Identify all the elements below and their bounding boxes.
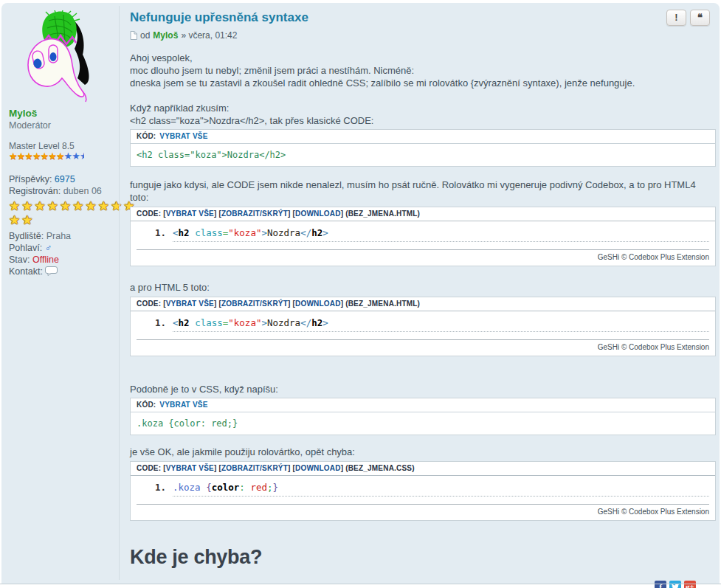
code-token: > xyxy=(322,317,328,328)
code-token xyxy=(190,227,196,238)
geshi-action-link[interactable]: ZOBRAZIT/SKRÝT xyxy=(221,300,288,308)
geshi-action-link[interactable]: ZOBRAZIT/SKRÝT xyxy=(221,210,288,218)
field-value: duben 06 xyxy=(63,186,102,196)
field-label: Příspěvky: xyxy=(9,174,55,184)
code-token: > xyxy=(261,227,267,238)
profile-field: Bydliště: Praha xyxy=(9,230,117,242)
field-label: Stav: xyxy=(9,255,32,265)
code-token: class xyxy=(195,317,223,328)
code-text: <h2 class="koza">Nozdra</h2> xyxy=(131,144,715,166)
geshi-footer: GeSHi © Codebox Plus Extension xyxy=(137,249,709,266)
code-text: <h2 class="koza">Nozdra</h2> xyxy=(173,227,709,242)
code-token: h2 xyxy=(311,227,322,238)
post-content: Nefunguje upřesněná syntaxe od Myloš » v… xyxy=(130,9,716,588)
author-link[interactable]: Myloš xyxy=(153,30,178,41)
code-block: KÓD:VYBRAT VŠE <h2 class="koza">Nozdra</… xyxy=(130,129,716,167)
code-label: CODE: xyxy=(137,210,161,218)
geshi-body: 1. <h2 class="koza">Nozdra</h2> xyxy=(131,221,715,249)
poster-profile: Myloš Moderátor Master Level 8.5 ★★★★★★★… xyxy=(9,7,117,279)
code-token: < xyxy=(173,227,179,238)
code-token: > xyxy=(261,317,267,328)
user-rank: Moderátor xyxy=(9,120,117,131)
code-label: KÓD: xyxy=(137,132,156,140)
geshi-action-link[interactable]: VYBRAT VŠE xyxy=(166,210,214,218)
level-label: Master Level 8.5 xyxy=(9,141,117,151)
geshi-action-link[interactable]: DOWNLOAD xyxy=(295,464,341,472)
code-line: 1. .koza {color: red;} xyxy=(131,482,709,497)
post-page-icon xyxy=(130,31,137,40)
code-block-header: KÓD:VYBRAT VŠE xyxy=(131,398,715,412)
code-block-header: KÓD:VYBRAT VŠE xyxy=(131,130,715,144)
code-line: 1. <h2 class="koza">Nozdra</h2> xyxy=(131,227,709,242)
code-block: KÓD:VYBRAT VŠE .koza {color: red;} xyxy=(130,398,716,435)
star-row: ★★★★★★★★★★ xyxy=(9,199,117,213)
post-question-heading: Kde je chyba? xyxy=(130,546,716,569)
profile-field: Registrován: duben 06 xyxy=(9,185,117,197)
rating-stars: ★★★★★★★★★★★★ xyxy=(9,199,117,227)
twitter-share-icon[interactable] xyxy=(669,581,681,588)
avatar[interactable] xyxy=(21,10,97,103)
field-value[interactable]: 6975 xyxy=(55,174,75,184)
geshi-link-bracket: [ZOBRAZIT/SKRÝT] xyxy=(218,464,292,472)
paragraph: Ahoj vespolek,moc dlouho jsem tu nebyl; … xyxy=(130,52,716,89)
code-token: "koza" xyxy=(228,317,261,328)
code-token: color xyxy=(212,482,240,493)
geshi-link-bracket: [VYBRAT VŠE] xyxy=(163,210,218,218)
code-token: h2 xyxy=(179,227,190,238)
code-token: </ xyxy=(300,317,311,328)
post-panel: ! ❝ xyxy=(1,3,720,584)
code-token: < xyxy=(173,317,179,328)
googleplus-share-icon[interactable]: g+ xyxy=(684,581,696,588)
code-token: "koza" xyxy=(228,227,261,238)
field-value: Offline xyxy=(32,255,59,265)
profile-field: Stav: Offline xyxy=(9,254,117,266)
geshi-link-bracket: [VYBRAT VŠE] xyxy=(163,464,218,472)
code-token: : xyxy=(239,482,245,493)
page-bottom-divider xyxy=(0,584,721,584)
paragraph: funguje jako kdysi, ale CODE jsem nikde … xyxy=(130,179,716,204)
profile-field: Příspěvky: 6975 xyxy=(9,173,117,185)
pm-icon[interactable] xyxy=(45,268,58,278)
code-label: CODE: xyxy=(137,464,161,472)
code-token: .koza xyxy=(173,482,201,493)
code-filename: (BEZ_JMENA.HTML) xyxy=(345,300,420,308)
geshi-body: 1. .koza {color: red;} xyxy=(131,476,715,504)
geshi-link-bracket: [DOWNLOAD] xyxy=(293,464,346,472)
geshi-header: CODE: [VYBRAT VŠE] [ZOBRAZIT/SKRÝT] [DOW… xyxy=(131,462,715,476)
facebook-share-icon[interactable]: f xyxy=(655,581,666,588)
username-link[interactable]: Myloš xyxy=(9,108,117,119)
geshi-header: CODE: [VYBRAT VŠE] [ZOBRAZIT/SKRÝT] [DOW… xyxy=(131,297,715,311)
paragraph: je vše OK, ale jakmile použiju rolovártk… xyxy=(130,446,716,458)
geshi-code-block: CODE: [VYBRAT VŠE] [ZOBRAZIT/SKRÝT] [DOW… xyxy=(130,207,716,266)
code-token: } xyxy=(273,482,279,493)
paragraph: a pro HTML 5 toto: xyxy=(130,281,716,294)
geshi-action-link[interactable]: DOWNLOAD xyxy=(295,300,341,308)
geshi-link-bracket: [ZOBRAZIT/SKRÝT] xyxy=(218,300,292,308)
code-text: <h2 class="koza">Nozdra</h2> xyxy=(173,317,709,332)
field-label: Kontakt: xyxy=(9,266,45,277)
field-label: Bydliště: xyxy=(9,231,46,241)
social-share-row: fg+ xyxy=(130,581,716,588)
select-all-link[interactable]: VYBRAT VŠE xyxy=(159,401,207,409)
byline-prefix: od xyxy=(140,30,150,41)
line-number: 1. xyxy=(131,482,173,493)
code-token: Nozdra xyxy=(267,317,300,328)
select-all-link[interactable]: VYBRAT VŠE xyxy=(159,132,207,140)
geshi-action-link[interactable]: DOWNLOAD xyxy=(295,210,341,218)
field-label: Registrován: xyxy=(9,186,63,196)
code-line: 1. <h2 class="koza">Nozdra</h2> xyxy=(131,317,709,332)
geshi-footer: GeSHi © Codebox Plus Extension xyxy=(137,504,709,520)
post-title[interactable]: Nefunguje upřesněná syntaxe xyxy=(130,10,716,25)
geshi-action-link[interactable]: VYBRAT VŠE xyxy=(166,464,214,472)
geshi-link-bracket: [DOWNLOAD] xyxy=(293,300,346,308)
code-token: </ xyxy=(300,227,311,238)
code-text: .koza {color: red;} xyxy=(131,412,715,435)
byline-time: » včera, 01:42 xyxy=(181,30,237,41)
star-row: ★★ xyxy=(9,213,117,227)
geshi-link-bracket: [DOWNLOAD] xyxy=(293,210,346,218)
code-token: h2 xyxy=(311,317,322,328)
code-token xyxy=(190,317,196,328)
geshi-action-link[interactable]: VYBRAT VŠE xyxy=(166,300,214,308)
code-token: ; xyxy=(267,482,273,493)
geshi-action-link[interactable]: ZOBRAZIT/SKRÝT xyxy=(221,464,288,472)
